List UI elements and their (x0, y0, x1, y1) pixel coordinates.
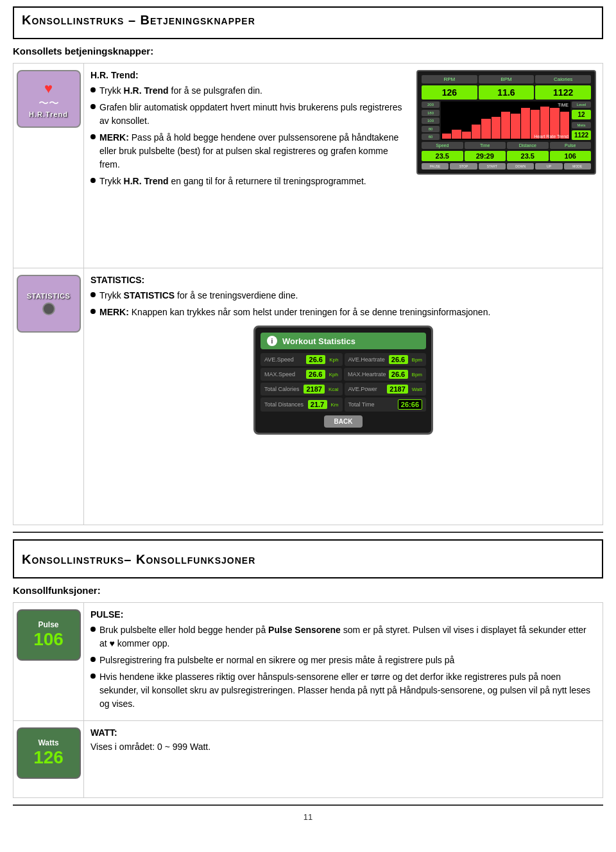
ws-value-distances: 21.7 (308, 400, 327, 409)
hr-label-cal: Calories (535, 75, 591, 83)
chart-bar-3 (462, 132, 471, 139)
ws-value-max-hr: 26.6 (389, 370, 408, 379)
ws-unit-max-hr: Bpm (412, 372, 422, 378)
ws-total-distances: Total Distances 21.7 Km (261, 397, 343, 412)
ws-label-ave-power: AVE.Power (348, 386, 385, 392)
workout-stats-panel: i Workout Statistics AVE.Speed 26.6 Kph … (253, 326, 433, 435)
pulse-label: Pulse (38, 620, 58, 629)
ws-label-total-time: Total Time (348, 401, 395, 408)
ws-total-calories: Total Calories 2187 Kcal (261, 383, 343, 396)
watts-value: 126 (33, 747, 64, 768)
hr-btn-stop[interactable]: STOP (450, 163, 477, 170)
hr-bullet-2: Grafen blir automatisk oppdatert hvert m… (90, 101, 409, 128)
chart-bar-4 (472, 125, 481, 139)
ws-value-max-speed: 26.6 (306, 370, 325, 379)
hr-bottom-label-dist: Distance (507, 142, 549, 149)
hr-value-cal: 1122 (535, 85, 591, 100)
ws-back-button[interactable]: BACK (324, 415, 363, 428)
hr-right-value-12: 12 (572, 110, 591, 119)
watt-heading: WATT: (90, 727, 596, 738)
hr-bottom-label-pulse: Pulse (550, 142, 592, 149)
ws-value-calories: 2187 (304, 385, 324, 394)
hr-label-bpm: BPM (479, 75, 535, 83)
hr-btn-up[interactable]: UP (535, 163, 562, 170)
section2-title: Konsollinstruks– Konsollfunksjoner (22, 552, 594, 567)
ws-value-ave-power: 2187 (387, 385, 407, 394)
hr-trend-button[interactable]: ♥ 〜〜 H.R.Trend (17, 70, 81, 128)
hr-axis-100: 100 (422, 117, 440, 124)
ws-ave-power: AVE.Power 2187 Watt (345, 383, 427, 396)
pulse-bullet-1: Bruk pulsbelte eller hold begge hender p… (90, 623, 596, 650)
hr-label-rpm: RPM (422, 75, 477, 83)
hr-bullet-1: Trykk H.R. Trend for å se pulsgrafen din… (90, 84, 409, 98)
ws-row-3: Total Calories 2187 Kcal AVE.Power 2187 … (261, 383, 426, 396)
pulse-value: 106 (33, 629, 64, 650)
hr-bottom-label-time: Time (465, 142, 506, 149)
hr-right-label-level: Level (572, 101, 591, 108)
ws-ave-speed: AVE.Speed 26.6 Kph (261, 353, 343, 366)
hr-right-label-mets: Mets (572, 122, 591, 128)
statistics-dot-icon (42, 302, 55, 315)
hr-trend-label: H.R.Trend (29, 110, 68, 118)
ws-max-heartrate: MAX.Heartrate 26.6 Bpm (344, 368, 426, 381)
page-number: 11 (13, 812, 603, 822)
hr-axis-200: 200 (422, 101, 440, 108)
hr-bottom-label-speed: Speed (422, 142, 463, 149)
chart-bar-7 (501, 112, 510, 139)
chart-bar-6 (492, 117, 501, 139)
hr-bottom-val-dist: 23.5 (507, 151, 549, 161)
hr-btn-mode[interactable]: MODE (564, 163, 591, 170)
ws-label-max-speed: MAX.Speed (264, 371, 304, 378)
ws-value-total-time: 26:66 (398, 399, 422, 410)
ws-value-ave-hr: 26.6 (389, 355, 408, 364)
ws-header: i Workout Statistics (261, 333, 426, 349)
ws-label-max-hr: MAX.Heartrate (348, 371, 386, 378)
ws-row-4: Total Distances 21.7 Km Total Time 26:66 (261, 397, 426, 412)
ws-row-2: MAX.Speed 26.6 Kph MAX.Heartrate 26.6 Bp… (261, 368, 426, 381)
hr-bottom-val-time: 29:29 (465, 151, 506, 161)
chart-time-label: TIME (558, 103, 569, 107)
hr-right-value-mets: 1122 (572, 130, 591, 140)
ws-value-ave-speed: 26.6 (306, 355, 325, 364)
hr-value-bpm: 11.6 (479, 85, 535, 100)
hr-btn-pause[interactable]: PAUSE (422, 163, 449, 170)
ws-title: Workout Statistics (282, 336, 355, 346)
statistics-bullets: Trykk STATISTICS for å se treningsverdie… (90, 289, 596, 319)
hr-bullet-4: Trykk H.R. Trend en gang til for å retur… (90, 175, 409, 188)
statistics-label: STATISTICS (27, 292, 71, 300)
hr-bottom-val-speed: 23.5 (422, 151, 463, 161)
chart-bar-8 (511, 114, 520, 139)
stats-bullet-2: MERK: Knappen kan trykkes når som helst … (90, 306, 596, 319)
ws-label-calories: Total Calories (264, 386, 301, 392)
chart-bar-9 (521, 108, 530, 139)
ws-unit-ave-speed: Kph (329, 357, 338, 363)
hr-btn-start[interactable]: START (479, 163, 506, 170)
hr-btn-down[interactable]: DOWN (507, 163, 534, 170)
statistics-heading: STATISTICS: (90, 275, 596, 285)
pulse-button: Pulse 106 (17, 609, 81, 661)
statistics-button[interactable]: STATISTICS (17, 275, 81, 333)
ws-label-distances: Total Distances (264, 401, 305, 408)
pulse-bullet-3: Hvis hendene ikke plasseres riktig over … (90, 670, 596, 711)
watt-text: Vises i området: 0 ~ 999 Watt. (90, 742, 596, 752)
bottom-divider (13, 804, 603, 806)
ws-label-ave-speed: AVE.Speed (264, 356, 304, 363)
ws-row-1: AVE.Speed 26.6 Kph AVE.Heartrate 26.6 Bp… (261, 353, 426, 366)
ws-unit-distances: Km (331, 402, 339, 408)
hr-bullet-3: MERK: Pass på å hold begge hendene over … (90, 131, 409, 171)
section1-subheader: Konsollets betjeningsknapper: (13, 46, 603, 57)
ws-label-ave-hr: AVE.Heartrate (348, 356, 386, 363)
section-divider (13, 532, 603, 533)
ws-unit-calories: Kcal (329, 387, 339, 392)
section2-subheader: Konsollfunksjoner: (13, 585, 603, 596)
hr-value-rpm: 126 (422, 85, 477, 100)
wave-icon: 〜〜 (38, 97, 59, 110)
pulse-bullets: Bruk pulsbelte eller hold begge hender p… (90, 623, 596, 711)
watts-button: Watts 126 (17, 727, 81, 779)
hr-axis-180: 180 (422, 110, 440, 116)
pulse-heading: PULSE: (90, 609, 596, 620)
section1-title: Konsollinstruks – Betjeningsknapper (22, 13, 594, 28)
ws-unit-max-speed: Kph (329, 372, 338, 378)
stats-bullet-1: Trykk STATISTICS for å se treningsverdie… (90, 289, 596, 302)
pulse-bullet-2: Pulsregistrering fra pulsbelte er normal… (90, 654, 596, 667)
